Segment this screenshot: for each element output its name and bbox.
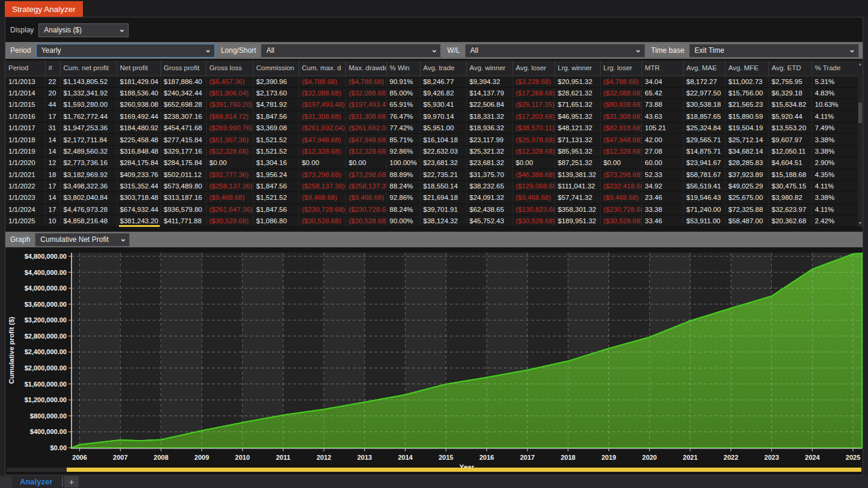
column-header[interactable]: Avg. loser [512,61,554,76]
cell: $0.00 [512,157,554,169]
column-header[interactable]: Avg. winner [466,61,512,76]
wl-dropdown[interactable]: All ⌄ [465,44,645,58]
display-dropdown[interactable]: Analysis ($) ⌄ [38,23,129,37]
table-row[interactable]: 1/1/201814$2,172,711.84$225,458.48$277,4… [5,134,860,145]
cell: $22,977.50 [683,87,725,98]
column-header[interactable]: Commission [253,61,299,76]
column-header[interactable]: # [45,61,60,76]
table-row[interactable]: 1/1/202417$4,476,973.28$674,932.44$936,5… [5,203,860,215]
table-row[interactable]: 1/1/202012$2,773,736.16$284,175.84$284,1… [5,157,860,169]
table-row[interactable]: 1/1/202217$3,498,322.36$315,352.44$573,4… [5,180,860,191]
chevron-down-icon: ⌄ [635,45,642,54]
period-dropdown[interactable]: Yearly ⌄ [36,44,215,58]
cell: $3,980.82 [768,192,812,203]
display-dropdown-value: Analysis ($) [44,26,82,34]
strategy-analyzer-title-tab[interactable]: Strategy Analyzer [5,1,83,17]
column-header[interactable]: Gross profit [160,61,206,76]
column-header[interactable]: % Trade [812,61,860,76]
cell: $23,681.32 [466,157,512,169]
cell: ($73,298.68) [600,169,642,180]
cell: 4.11% [812,110,860,122]
table-row[interactable]: 1/1/201544$1,593,280.00$260,938.08$652,6… [5,99,860,110]
cell: 5.31% [812,76,860,87]
scrollbar-thumb[interactable] [858,103,862,123]
cell: 76.47% [386,110,420,122]
cell: $260,938.08 [117,99,160,110]
cell: 3.38% [812,192,860,203]
cell: 1/1/2017 [5,122,45,134]
cell: 27.08 [642,145,683,157]
cell: 7.49% [812,122,860,134]
cell: ($32,088.68) [600,87,642,98]
column-header[interactable]: Avg. MFE [725,61,768,76]
chart-hscroll-thumb[interactable] [67,468,861,472]
table-row[interactable]: 1/1/201322$1,143,805.52$181,429.04$187,8… [5,76,860,87]
cell: ($258,137.36) [206,180,253,191]
table-row[interactable]: 1/1/202118$3,182,969.92$409,233.76$502,0… [5,169,860,180]
x-axis-tick-label: 2014 [398,454,413,461]
cell: 65.91% [386,99,420,110]
grid-hscroll-thumb[interactable] [119,225,160,227]
cell: $303,718.48 [117,192,160,203]
x-axis-tick-label: 2023 [764,454,778,461]
cell: $15,634.82 [768,99,812,110]
column-header[interactable]: Cum. max. d [299,61,345,76]
table-row[interactable]: 1/1/201914$2,489,560.32$316,848.48$329,1… [5,145,860,157]
column-header[interactable]: Gross loss [206,61,253,76]
table-row[interactable]: 1/1/201731$1,947,253.36$184,480.92$454,4… [5,122,860,134]
cell: ($92,777.36) [206,169,253,180]
window-corner [0,477,12,488]
chart-horizontal-scrollbar[interactable] [7,468,861,472]
tab-analyzer[interactable]: Analyzer [20,476,52,487]
cell: $6,329.18 [768,87,812,98]
column-header[interactable]: Avg. MAE [683,61,725,76]
plus-icon: + [69,477,74,487]
cell: $1,304.16 [253,157,299,169]
cell: 60.00 [642,157,683,169]
cell: $46,951.32 [554,110,600,122]
column-header[interactable]: Avg. ETD [768,61,812,76]
table-row[interactable]: 1/1/201617$1,762,772.44$169,492.44$238,3… [5,110,860,122]
column-header[interactable]: Avg. trade [420,61,466,76]
column-header[interactable]: Max. drawdown [345,61,386,76]
column-header[interactable]: Lrg. winner [554,61,600,76]
table-vertical-scrollbar[interactable]: ▲ ▼ [858,61,863,227]
cell: 14 [45,192,60,203]
time-base-dropdown[interactable]: Exit Time ⌄ [689,44,859,58]
cell: $0.00 [206,157,253,169]
cell: $28,285.83 [725,157,768,169]
y-axis-tick-label: $3,600,000.00 [25,301,67,308]
cell: $277,415.84 [160,134,206,145]
cell: ($51,957.36) [206,134,253,145]
table-row[interactable]: 1/1/201420$1,332,341.92$188,536.40$240,3… [5,87,860,98]
column-header[interactable]: Lrg. loser [600,61,642,76]
x-axis-tick-label: 2018 [560,454,575,461]
column-header[interactable]: MTR [642,61,683,76]
cell: 1/1/2020 [5,157,45,169]
cell: $2,489,560.32 [60,145,117,157]
cell: 3.38% [812,145,860,157]
cell: $12,050.11 [768,145,812,157]
cell: $30,538.18 [683,99,725,110]
cell: $13,553.20 [768,122,812,134]
cell: $25,324.84 [683,122,725,134]
column-header[interactable]: Period [5,61,45,76]
column-header[interactable]: % Win [386,61,420,76]
cell: 14 [45,145,60,157]
x-axis-tick-label: 2006 [72,454,86,461]
y-axis-tick-label: $4,400,000.00 [25,269,67,276]
long-short-dropdown[interactable]: All ⌄ [261,44,441,58]
scroll-down-icon[interactable]: ▼ [858,220,863,227]
add-tab-button[interactable]: + [64,476,79,487]
cell: ($47,948.68) [299,134,345,145]
time-base-dropdown-value: Exit Time [694,46,724,55]
scroll-up-icon[interactable]: ▲ [858,61,863,68]
column-header[interactable]: Net profit [117,61,160,76]
table-row[interactable]: 1/1/202314$3,802,040.84$303,718.48$313,1… [5,192,860,203]
cell: $3,369.08 [253,122,299,134]
column-header[interactable]: Cum. net profit [60,61,117,76]
cell: $316,848.48 [117,145,160,157]
cell: $23,117.99 [466,134,512,145]
graph-dropdown[interactable]: Cumulative Net Profit ⌄ [35,233,130,247]
cell: 10 [45,215,60,227]
